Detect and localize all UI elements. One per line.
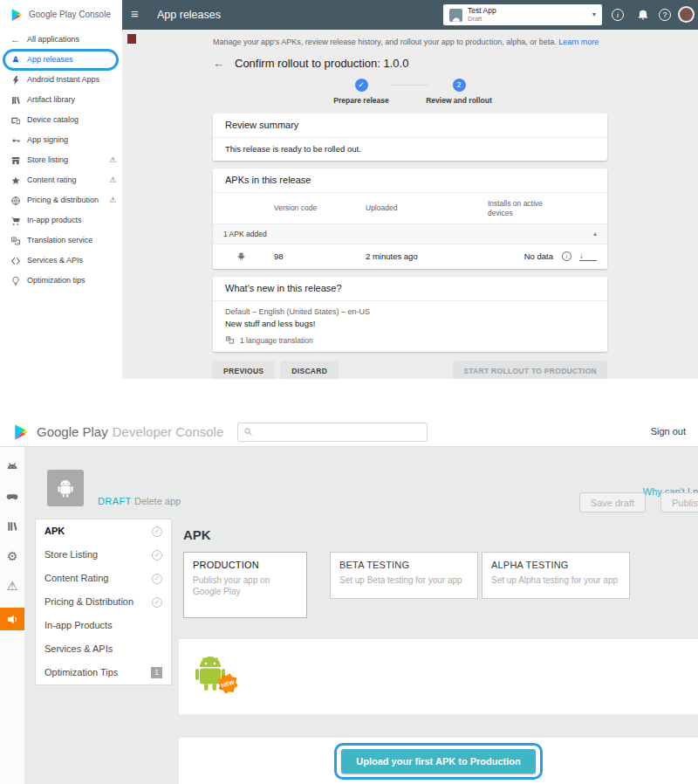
- sidebar-item-device-catalog[interactable]: Device catalog: [0, 110, 122, 130]
- discard-button[interactable]: DISCARD: [281, 361, 338, 379]
- download-icon[interactable]: ↓: [579, 251, 597, 261]
- sidebar-item-label: Services & APIs: [27, 256, 83, 265]
- sign-out-link[interactable]: Sign out: [651, 426, 686, 437]
- nav-item-optimization-tips[interactable]: Optimization Tips 1: [36, 661, 171, 684]
- check-circle-icon: ✓: [152, 574, 162, 584]
- learn-more-link[interactable]: Learn more: [558, 38, 599, 46]
- nav-item-services-apis[interactable]: Services & APIs: [36, 637, 171, 661]
- apk-page-heading: APK: [183, 527, 211, 543]
- review-summary-card: Review summary This release is ready to …: [213, 113, 607, 162]
- announcements-megaphone-icon[interactable]: [0, 608, 24, 630]
- check-circle-icon: ✓: [152, 526, 162, 537]
- cart-icon: [10, 215, 21, 226]
- help-icon[interactable]: ?: [659, 9, 671, 21]
- hamburger-menu-icon[interactable]: ≡: [131, 6, 139, 22]
- back-arrow-icon: ←: [10, 34, 21, 45]
- upload-first-apk-button[interactable]: Upload your first APK to Production: [341, 749, 535, 774]
- sidebar-item-android-instant-apps[interactable]: Android Instant Apps: [0, 70, 122, 90]
- search-input[interactable]: [258, 427, 421, 437]
- nav-item-in-app-products[interactable]: In-app Products: [36, 614, 171, 637]
- sidebar-item-translation-service[interactable]: Aa Translation service: [0, 230, 122, 251]
- games-gamepad-icon[interactable]: [4, 489, 20, 505]
- library-books-icon[interactable]: [4, 519, 20, 534]
- sidebar-item-app-signing[interactable]: App signing: [0, 130, 122, 150]
- selected-app-status: Draft: [468, 16, 496, 24]
- content-panel-upper: NEW: [179, 639, 698, 714]
- sidebar-item-in-app-products[interactable]: In-app products: [0, 210, 122, 230]
- tab-production[interactable]: PRODUCTION Publish your app on Google Pl…: [183, 552, 307, 618]
- new-console-header: Google Play Console ≡ App releases Test …: [0, 0, 698, 30]
- sidebar-item-optimization-tips[interactable]: Optimization tips: [0, 271, 122, 291]
- column-installs: Installs on active devices: [488, 199, 562, 217]
- sidebar-item-artifact-library[interactable]: Artifact library: [0, 90, 122, 110]
- play-triangle-icon: [10, 8, 24, 22]
- version-code-value: 98: [274, 251, 366, 261]
- delete-app-link[interactable]: Delete app: [134, 496, 181, 507]
- android-icon: [54, 477, 77, 499]
- globe-icon: [10, 195, 21, 206]
- check-circle-icon: ✓: [152, 597, 162, 608]
- step-review-rollout[interactable]: 2 Review and rollout: [428, 79, 489, 105]
- notifications-bell-icon[interactable]: [637, 8, 649, 21]
- back-button[interactable]: ←: [213, 57, 224, 71]
- content-panel-lower: Upload your first APK to Production: [179, 738, 698, 784]
- translate-icon: A: [225, 335, 235, 345]
- search-icon: [243, 427, 253, 437]
- app-selector[interactable]: Test App Draft ▾: [443, 4, 602, 25]
- android-mascot: NEW: [191, 651, 238, 695]
- apks-card: APKs in this release Version code Upload…: [213, 168, 607, 269]
- apk-tabs: PRODUCTION Publish your app on Google Pl…: [183, 552, 630, 618]
- avatar[interactable]: [678, 6, 695, 23]
- sidebar-item-app-releases[interactable]: App releases: [0, 50, 122, 70]
- info-icon[interactable]: i: [612, 9, 624, 21]
- page-title: App releases: [157, 9, 221, 22]
- settings-gear-icon[interactable]: ⚙: [4, 548, 20, 564]
- android-apps-icon[interactable]: [4, 459, 20, 475]
- step-prepare-release[interactable]: ✓ Prepare release: [331, 79, 392, 105]
- step-number: 2: [453, 79, 466, 92]
- tab-beta-testing[interactable]: BETA TESTING Set up Beta testing for you…: [330, 552, 478, 599]
- save-draft-button[interactable]: Save draft: [579, 492, 646, 512]
- sidebar-item-services-apis[interactable]: Services & APIs: [0, 251, 122, 271]
- column-version-code: Version code: [274, 203, 366, 212]
- rocket-icon: [10, 54, 21, 65]
- sidebar-item-label: App signing: [27, 135, 68, 145]
- sidebar-item-content-rating[interactable]: Content rating ⚠: [0, 170, 122, 190]
- sidebar-item-label: Android Instant Apps: [27, 75, 99, 85]
- logo-text-primary: Google Play: [37, 424, 108, 440]
- tab-alpha-testing[interactable]: ALPHA TESTING Set up Alpha testing for y…: [482, 552, 630, 599]
- apk-info-icon[interactable]: i: [562, 251, 571, 261]
- code-brackets-icon: [10, 255, 21, 266]
- step-check-icon: ✓: [355, 79, 368, 92]
- sidebar-item-pricing-distribution[interactable]: Pricing & distribution ⚠: [0, 190, 122, 210]
- sidebar-item-label: Content rating: [27, 175, 77, 185]
- sidebar-item-store-listing[interactable]: Store listing ⚠: [0, 150, 122, 170]
- stepper: ✓ Prepare release 2 Review and rollout: [213, 79, 607, 105]
- review-summary-body: This release is ready to be rolled out.: [213, 138, 607, 161]
- lightning-icon: [10, 74, 21, 86]
- card-title: Review summary: [213, 113, 607, 138]
- sidebar-item-label: Translation service: [27, 236, 92, 245]
- sidebar-item-label: Pricing & distribution: [27, 196, 99, 205]
- alerts-warning-icon[interactable]: ⚠: [4, 578, 20, 594]
- installs-value: No data: [488, 251, 562, 261]
- nav-item-apk[interactable]: APK ✓: [36, 519, 171, 543]
- apk-group-row[interactable]: 1 APK added ▴: [213, 224, 607, 244]
- start-rollout-button[interactable]: START ROLLOUT TO PRODUCTION: [453, 361, 607, 379]
- previous-button[interactable]: PREVIOUS: [213, 361, 274, 379]
- new-console-screenshot: Google Play Console ≡ App releases Test …: [0, 0, 698, 417]
- search-box: [237, 423, 428, 442]
- nav-item-store-listing[interactable]: Store Listing ✓: [36, 543, 171, 567]
- sidebar-item-label: In-app products: [27, 216, 82, 225]
- intro-text: Manage your app's APKs, review release h…: [213, 30, 607, 47]
- chevron-down-icon: ▾: [592, 10, 596, 19]
- whats-new-card: What's new in this release? Default – En…: [213, 277, 607, 352]
- translation-summary: A 1 language translation: [225, 335, 595, 345]
- sidebar-item-all-applications[interactable]: ← All applications: [0, 30, 122, 50]
- nav-item-content-rating[interactable]: Content Rating ✓: [36, 567, 171, 590]
- google-play-console-logo[interactable]: Google Play Console: [0, 0, 122, 30]
- publish-button[interactable]: Publish: [660, 492, 698, 512]
- sidebar-item-label: Store listing: [27, 155, 68, 165]
- nav-item-pricing-distribution[interactable]: Pricing & Distribution ✓: [36, 590, 171, 614]
- step-connector: [392, 85, 428, 86]
